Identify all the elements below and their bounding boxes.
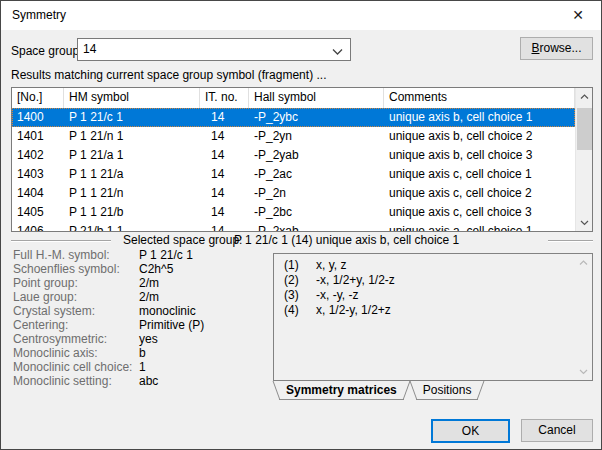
dialog-title: Symmetry xyxy=(12,1,66,30)
scroll-up-icon[interactable] xyxy=(576,88,593,105)
space-group-combobox[interactable]: 14 xyxy=(77,38,351,61)
tab-positions[interactable]: Positions xyxy=(410,381,485,400)
matrix-row: (1)x, y, z xyxy=(274,258,574,273)
space-group-table: [No.] HM symbol IT. no. Hall symbol Comm… xyxy=(11,87,593,232)
bottom-tab-strip: Symmetry matricesPositions xyxy=(273,381,593,401)
table-row[interactable]: 1403 P 1 1 21/a 14 -P_2ac unique axis c,… xyxy=(12,165,575,184)
table-row[interactable]: 1401 P 1 21/n 1 14 -P_2yn unique axis b,… xyxy=(12,127,575,146)
selected-group-label: Selected space group: xyxy=(123,233,242,247)
detail-row: Monoclinic setting:abc xyxy=(13,374,263,388)
detail-row: Full H.-M. symbol:P 1 21/c 1 xyxy=(13,248,263,262)
cancel-button[interactable]: Cancel xyxy=(521,419,593,442)
ok-button[interactable]: OK xyxy=(431,419,510,443)
detail-row: Centering:Primitive (P) xyxy=(13,318,263,332)
detail-row: Crystal system:monoclinic xyxy=(13,304,263,318)
header-hall[interactable]: Hall symbol xyxy=(249,88,384,108)
detail-row: Centrosymmetric:yes xyxy=(13,332,263,346)
scrollbar-thumb[interactable] xyxy=(577,108,592,150)
header-no[interactable]: [No.] xyxy=(12,88,64,108)
matrix-list: (1)x, y, z (2)-x, 1/2+y, 1/2-z (3)-x, -y… xyxy=(274,258,574,380)
table-row[interactable]: 1406 P 21/b 1 1 14 -P_2xab unique axis a… xyxy=(12,222,575,231)
browse-button[interactable]: Browse... xyxy=(520,37,593,60)
detail-row: Laue group:2/m xyxy=(13,290,263,304)
tab-symmetry-matrices[interactable]: Symmetry matrices xyxy=(273,381,410,400)
detail-row: Schoenflies symbol:C2h^5 xyxy=(13,262,263,276)
header-hm[interactable]: HM symbol xyxy=(64,88,200,108)
symmetry-dialog: Symmetry ✕ Space group: 14 Browse... Res… xyxy=(0,0,602,450)
chevron-down-icon xyxy=(332,45,343,59)
details-panel: Full H.-M. symbol:P 1 21/c 1 Schoenflies… xyxy=(13,248,263,388)
detail-row: Monoclinic axis:b xyxy=(13,346,263,360)
matrices-scrollbar[interactable] xyxy=(575,254,592,380)
space-group-label: Space group: xyxy=(11,44,82,58)
separator-line xyxy=(11,240,111,242)
symmetry-matrices-panel: (1)x, y, z (2)-x, 1/2+y, 1/2-z (3)-x, -y… xyxy=(273,253,593,381)
title-bar: Symmetry ✕ xyxy=(1,1,601,30)
matrix-row: (4)x, 1/2-y, 1/2+z xyxy=(274,303,574,318)
matrix-row: (2)-x, 1/2+y, 1/2-z xyxy=(274,273,574,288)
scroll-up-icon[interactable] xyxy=(575,254,592,271)
header-comments[interactable]: Comments xyxy=(384,88,575,108)
table-row[interactable]: 1404 P 1 1 21/n 14 -P_2n unique axis c, … xyxy=(12,184,575,203)
detail-row: Point group:2/m xyxy=(13,276,263,290)
matrix-row: (3)-x, -y, -z xyxy=(274,288,574,303)
table-header: [No.] HM symbol IT. no. Hall symbol Comm… xyxy=(12,88,575,108)
separator-line xyxy=(548,240,593,242)
header-it[interactable]: IT. no. xyxy=(200,88,249,108)
table-row[interactable]: 1402 P 1 21/a 1 14 -P_2yab unique axis b… xyxy=(12,146,575,165)
detail-row: Monoclinic cell choice:1 xyxy=(13,360,263,374)
table-row[interactable]: 1405 P 1 1 21/b 14 -P_2bc unique axis c,… xyxy=(12,203,575,222)
space-group-value: 14 xyxy=(83,39,96,60)
table-scrollbar[interactable] xyxy=(575,88,592,231)
selected-group-value: P 1 21/c 1 (14) unique axis b, cell choi… xyxy=(234,233,459,247)
scroll-down-icon[interactable] xyxy=(576,214,593,231)
table-row[interactable]: 1400 P 1 21/c 1 14 -P_2ybc unique axis b… xyxy=(12,108,575,127)
scroll-down-icon[interactable] xyxy=(575,363,592,380)
results-label: Results matching current space group sym… xyxy=(11,68,326,82)
close-icon[interactable]: ✕ xyxy=(555,1,601,30)
table-content: [No.] HM symbol IT. no. Hall symbol Comm… xyxy=(12,88,575,231)
